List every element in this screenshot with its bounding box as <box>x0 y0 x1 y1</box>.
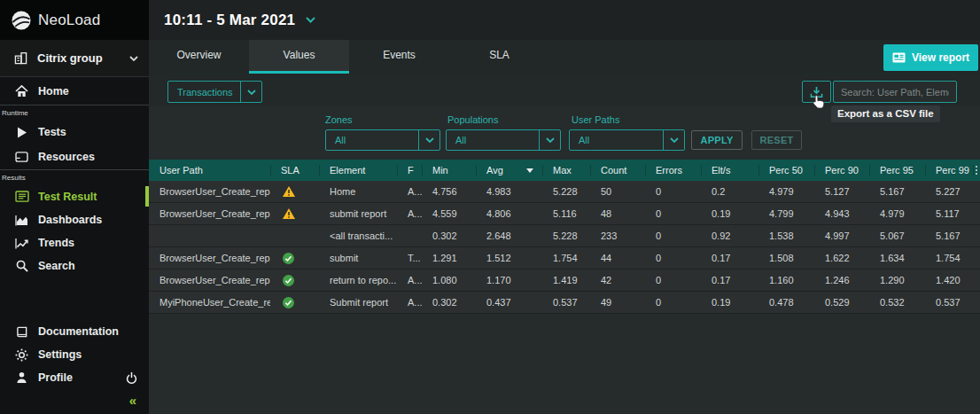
sidebar-item-test-result[interactable]: Test Result <box>0 184 149 208</box>
person-icon <box>14 371 29 384</box>
collapse-chevrons-icon: « <box>129 393 136 408</box>
search-input[interactable] <box>833 81 957 103</box>
cell-p90: 4.943 <box>814 203 869 224</box>
sidebar-item-label: Search <box>38 260 149 272</box>
search-icon <box>14 260 29 272</box>
tab-sla[interactable]: SLA <box>449 40 549 74</box>
cell-user_path <box>149 225 270 246</box>
cell-f: A... <box>397 269 422 291</box>
column-header[interactable]: Errors <box>645 160 701 181</box>
table-row[interactable]: BrowserUser_Create_rep...return to repo.… <box>149 269 980 292</box>
column-header[interactable]: Count <box>590 160 645 181</box>
sidebar-item-trends[interactable]: Trends <box>0 231 149 254</box>
cell-count: 44 <box>590 247 645 269</box>
cell-errors: 0 <box>645 247 701 269</box>
view-report-button[interactable]: View report <box>883 44 978 71</box>
tab-overview[interactable]: Overview <box>149 40 249 74</box>
table-row[interactable]: BrowserUser_Create_rep...HomeA...4.7564.… <box>149 181 980 203</box>
export-tooltip: Export as a CSV file <box>831 105 940 122</box>
column-options-icon[interactable] <box>973 160 980 181</box>
chevron-down-icon <box>663 130 684 150</box>
cell-user_path: BrowserUser_Create_rep... <box>149 181 270 202</box>
cell-p95: 4.979 <box>869 203 925 224</box>
dashboard-icon <box>14 215 29 226</box>
sidebar-section-results: Results <box>0 170 149 184</box>
cell-p50: 1.538 <box>758 225 814 246</box>
cell-spacer <box>973 203 980 224</box>
sidebar-item-profile[interactable]: Profile <box>0 366 149 389</box>
cell-user_path: MyiPhoneUser_Create_re... <box>149 292 270 313</box>
table-row[interactable]: <all transacti...0.3022.6485.22823300.92… <box>149 225 980 247</box>
column-header[interactable]: Elt/s <box>701 160 758 181</box>
cell-min: 0.302 <box>422 292 476 313</box>
cell-user_path: BrowserUser_Create_rep... <box>149 203 270 224</box>
cell-elts: 0.17 <box>701 247 758 269</box>
sidebar-item-dashboards[interactable]: Dashboards <box>0 208 149 231</box>
drive-icon <box>14 152 29 162</box>
sidebar-item-label: Documentation <box>38 325 149 338</box>
cell-p99: 5.167 <box>925 225 973 246</box>
column-header[interactable]: F <box>397 160 422 181</box>
results-table: User PathSLAElementFMinAvgMaxCountErrors… <box>149 160 980 314</box>
tab-values[interactable]: Values <box>249 40 349 74</box>
table-row[interactable]: BrowserUser_Create_rep...submit reportA.… <box>149 203 980 225</box>
power-icon[interactable] <box>125 371 138 385</box>
column-header[interactable]: Perc 90 <box>814 160 869 181</box>
column-header[interactable]: Max <box>542 160 590 181</box>
cell-elts: 0.92 <box>701 225 758 246</box>
chevron-down-icon <box>418 130 439 150</box>
sidebar-section-runtime: Runtime <box>0 105 149 120</box>
sidebar-spacer <box>0 277 149 320</box>
sidebar-item-tests[interactable]: Tests <box>0 120 149 145</box>
sidebar-item-settings[interactable]: Settings <box>0 343 149 366</box>
sla-success-icon <box>283 275 294 286</box>
cell-max: 1.754 <box>542 247 590 269</box>
column-header[interactable]: Perc 95 <box>869 160 925 181</box>
table-body: BrowserUser_Create_rep...HomeA...4.7564.… <box>149 181 980 314</box>
reset-button[interactable]: RESET <box>751 130 802 150</box>
column-header[interactable]: Avg <box>476 160 542 181</box>
cell-p95: 1.290 <box>869 269 925 291</box>
cell-p90: 1.246 <box>814 269 869 291</box>
cell-elts: 0.19 <box>701 292 758 313</box>
populations-dropdown[interactable]: All <box>446 129 561 151</box>
cell-min: 1.080 <box>422 269 476 291</box>
sidebar-item-label: Settings <box>38 348 149 361</box>
transactions-dropdown[interactable]: Transactions <box>167 81 262 103</box>
user-paths-dropdown[interactable]: All <box>569 129 685 151</box>
sidebar-item-documentation[interactable]: Documentation <box>0 320 149 343</box>
zones-filter-label: Zones <box>325 114 353 125</box>
column-header[interactable]: Perc 99 <box>925 160 973 181</box>
column-header[interactable]: User Path <box>149 160 270 181</box>
cell-p50: 0.478 <box>758 292 814 313</box>
cell-f: T... <box>397 247 422 269</box>
column-header[interactable]: SLA <box>270 160 319 181</box>
sidebar-item-home[interactable]: Home <box>0 77 149 105</box>
column-header[interactable]: Perc 50 <box>758 160 814 181</box>
column-header[interactable]: Element <box>319 160 397 181</box>
workspace-selector[interactable]: Citrix group <box>0 40 149 77</box>
sla-success-icon <box>283 253 294 264</box>
table-row[interactable]: MyiPhoneUser_Create_re...Submit reportA.… <box>149 292 980 314</box>
cell-element: <all transacti... <box>319 225 397 246</box>
sidebar-item-label: Trends <box>38 237 149 249</box>
tab-events[interactable]: Events <box>349 40 449 74</box>
cell-count: 50 <box>590 181 645 202</box>
cell-min: 4.559 <box>422 203 476 224</box>
app-title: NeoLoad <box>38 12 100 29</box>
cell-sla <box>270 203 319 224</box>
result-date-title: 10:11 - 5 Mar 2021 <box>164 12 295 29</box>
sidebar-collapse[interactable]: « <box>0 389 149 410</box>
result-header: 10:11 - 5 Mar 2021 <box>149 0 980 40</box>
cell-avg: 1.170 <box>476 269 542 291</box>
report-doc-icon <box>892 51 906 64</box>
sidebar-item-search[interactable]: Search <box>0 254 149 277</box>
table-row[interactable]: BrowserUser_Create_rep...submitT...1.291… <box>149 247 980 269</box>
chevron-down-icon[interactable] <box>306 17 315 23</box>
sidebar-item-resources[interactable]: Resources <box>0 145 149 169</box>
zones-dropdown[interactable]: All <box>325 129 440 151</box>
column-header[interactable]: Min <box>422 160 476 181</box>
cell-errors: 0 <box>645 203 701 224</box>
apply-button[interactable]: APPLY <box>691 130 743 150</box>
sort-desc-icon <box>526 168 533 173</box>
